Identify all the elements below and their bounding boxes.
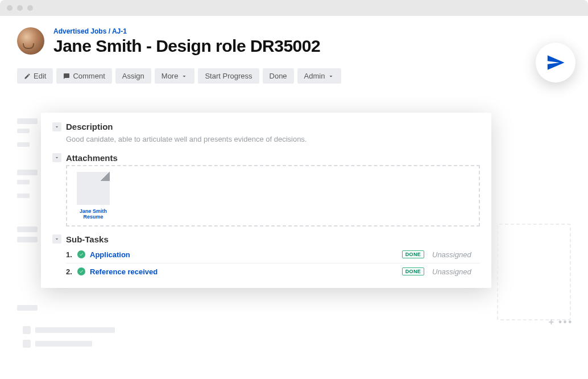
breadcrumb[interactable]: Advertised Jobs / AJ-1 <box>53 27 571 35</box>
add-placeholder[interactable]: +••• <box>549 317 573 327</box>
edit-button[interactable]: Edit <box>17 68 53 84</box>
start-progress-button[interactable]: Start Progress <box>198 68 259 84</box>
chevron-down-icon <box>181 73 188 80</box>
subtask-assignee: Unassigned <box>432 250 480 259</box>
attachment-item[interactable]: Jane Smith Resume <box>73 172 114 220</box>
right-panel-placeholder: +••• <box>497 224 571 320</box>
file-icon <box>77 172 110 205</box>
attachment-label: Jane Smith Resume <box>73 208 114 220</box>
description-body: Good canidate, able to articulate well a… <box>66 134 480 145</box>
collapse-toggle[interactable] <box>52 153 61 162</box>
subtask-number: 1. <box>66 250 75 259</box>
admin-button[interactable]: Admin <box>297 68 342 84</box>
subtask-row[interactable]: 1. Application DONE Unassigned <box>66 246 480 263</box>
collapse-toggle[interactable] <box>52 234 61 244</box>
subtasks-heading: Sub-Tasks <box>66 234 109 244</box>
subtask-number: 2. <box>66 267 75 276</box>
chevron-down-icon <box>54 155 60 160</box>
more-button[interactable]: More <box>155 68 195 84</box>
status-badge: DONE <box>402 250 424 258</box>
window-control-dot[interactable] <box>7 5 13 11</box>
status-badge: DONE <box>402 267 424 275</box>
window-control-dot[interactable] <box>27 5 33 11</box>
app-logo-fab[interactable] <box>536 43 575 83</box>
pencil-icon <box>24 73 31 80</box>
chevron-down-icon <box>54 236 60 242</box>
sidebar-placeholder <box>17 118 41 315</box>
attachments-heading: Attachments <box>66 153 118 163</box>
footer-placeholder <box>23 326 491 353</box>
action-toolbar: Edit Comment Assign More Start Progress … <box>17 68 571 84</box>
chevron-down-icon <box>54 124 60 130</box>
done-button[interactable]: Done <box>263 68 294 84</box>
description-heading: Description <box>66 122 113 131</box>
window-titlebar <box>0 0 588 16</box>
subtask-link[interactable]: Application <box>90 250 402 259</box>
avatar[interactable] <box>17 27 44 55</box>
check-circle-icon <box>77 267 85 275</box>
subtask-row[interactable]: 2. Reference received DONE Unassigned <box>66 263 480 280</box>
subtask-assignee: Unassigned <box>432 267 480 276</box>
detail-panel: Description Good canidate, able to artic… <box>41 113 491 288</box>
assign-button[interactable]: Assign <box>115 68 151 84</box>
subtask-link[interactable]: Reference received <box>90 267 402 276</box>
page-title: Jane Smith - Design role DR35002 <box>53 36 571 56</box>
chevron-down-icon <box>328 73 334 80</box>
comment-button[interactable]: Comment <box>56 68 111 84</box>
window-control-dot[interactable] <box>17 5 23 11</box>
check-circle-icon <box>77 250 85 258</box>
attachments-dropzone[interactable]: Jane Smith Resume <box>66 165 480 226</box>
send-icon <box>546 53 565 72</box>
comment-icon <box>63 73 70 80</box>
collapse-toggle[interactable] <box>52 122 61 131</box>
